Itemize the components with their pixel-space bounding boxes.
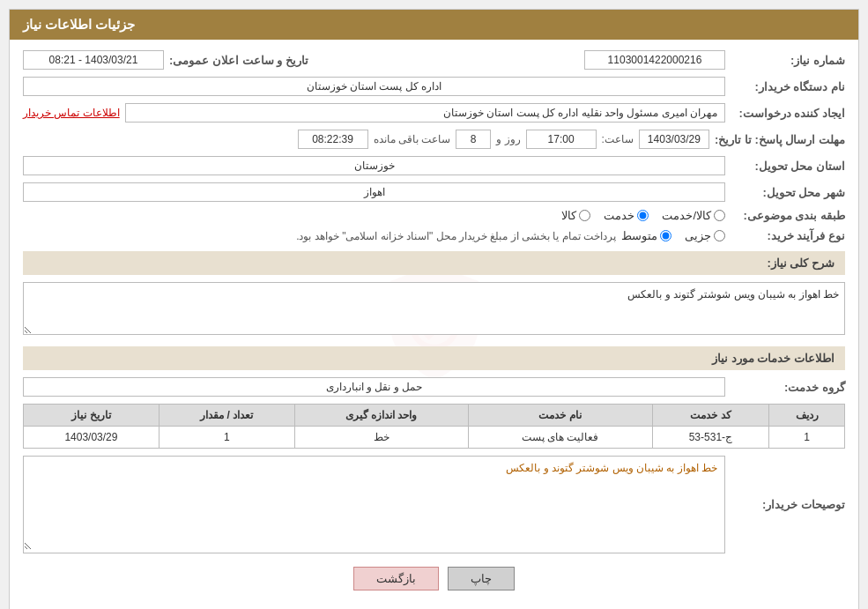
city-row: شهر محل تحویل: اهواز: [23, 182, 845, 202]
creator-label: ایجاد کننده درخواست:: [731, 107, 845, 120]
deadline-time: 17:00: [526, 130, 597, 149]
purchase-type-desc: پرداخت تمام یا بخشی از مبلغ خریدار محل "…: [296, 230, 616, 242]
province-row: استان محل تحویل: خوزستان: [23, 156, 845, 175]
category-radio-kala-khedmat[interactable]: [714, 210, 725, 221]
deadline-days-label: روز و: [496, 133, 520, 145]
need-number-label: شماره نیاز:: [731, 54, 845, 67]
category-row: طبقه بندی موضوعی: کالا/خدمت خدمت کالا: [23, 209, 845, 222]
services-table: ردیف کد خدمت نام خدمت واحد اندازه گیری ت…: [23, 404, 845, 449]
service-group-value: حمل و نقل و انبارداری: [23, 377, 725, 397]
deadline-row: مهلت ارسال پاسخ: تا تاریخ: 1403/03/29 سا…: [23, 130, 845, 149]
deadline-remaining: 08:22:39: [298, 130, 368, 149]
purchase-type-radio-motavasset[interactable]: [660, 230, 671, 241]
table-row: 1 ج-531-53 فعالیت های پست خط 1 1403/03/2…: [24, 427, 845, 449]
purchase-type-row: نوع فرآیند خرید: جزیی متوسط پرداخت تمام …: [23, 229, 845, 242]
page-header: جزئیات اطلاعات نیاز: [10, 10, 858, 40]
buyer-desc-text: خط اهواز به شیبان ویس شوشتر گتوند و بالع…: [24, 457, 724, 479]
cell-row: 1: [769, 427, 845, 449]
province-label: استان محل تحویل:: [731, 160, 845, 173]
buyer-desc-label: توصیحات خریدار:: [731, 498, 845, 511]
announce-value: 1403/03/21 - 08:21: [23, 50, 164, 70]
button-row: چاپ بازگشت: [23, 567, 845, 590]
cell-name: فعالیت های پست: [468, 427, 652, 449]
print-button[interactable]: چاپ: [448, 567, 515, 590]
category-radio-khedmat[interactable]: [637, 210, 649, 221]
deadline-label: مهلت ارسال پاسخ: تا تاریخ:: [715, 133, 845, 146]
category-radio-group: کالا/خدمت خدمت کالا: [561, 209, 725, 222]
col-header-count: تعداد / مقدار: [159, 405, 294, 427]
purchase-type-radio-jozyi[interactable]: [714, 230, 725, 241]
buyer-desc-textarea[interactable]: [24, 479, 724, 550]
deadline-remaining-label: ساعت باقی مانده: [374, 133, 451, 145]
announce-label: تاریخ و ساعت اعلان عمومی:: [169, 54, 308, 67]
col-header-code: کد خدمت: [652, 405, 769, 427]
category-option-khedmat[interactable]: خدمت: [604, 209, 649, 222]
cell-date: 1403/03/29: [24, 427, 160, 449]
category-option-kala[interactable]: کالا: [561, 209, 590, 222]
category-option-kala-khedmat[interactable]: کالا/خدمت: [662, 209, 725, 222]
page-title: جزئیات اطلاعات نیاز: [23, 17, 135, 32]
buyer-value: اداره کل پست استان خوزستان: [23, 77, 725, 96]
creator-value: مهران امیری مسئول واحد نقلیه اداره کل پس…: [125, 103, 725, 123]
cell-count: 1: [159, 427, 294, 449]
need-desc-label: شرح کلی نیاز:: [767, 256, 835, 270]
need-desc-wrapper: [23, 282, 845, 338]
buyer-desc-row: توصیحات خریدار: خط اهواز به شیبان ویس شو…: [23, 456, 845, 553]
buyer-label: نام دستگاه خریدار:: [731, 80, 845, 93]
need-number-value: 1103001422000216: [584, 50, 725, 70]
service-info-label: اطلاعات خدمات مورد نیاز: [712, 352, 835, 365]
col-header-date: تاریخ نیاز: [24, 405, 160, 427]
purchase-type-option-jozyi[interactable]: جزیی: [685, 229, 725, 242]
back-button[interactable]: بازگشت: [353, 567, 439, 590]
contact-link[interactable]: اطلاعات تماس خریدار: [23, 107, 120, 119]
need-desc-textarea[interactable]: [23, 282, 845, 335]
city-value: اهواز: [23, 182, 725, 202]
cell-code: ج-531-53: [652, 427, 769, 449]
need-number-row: شماره نیاز: 1103001422000216 تاریخ و ساع…: [23, 50, 845, 70]
col-header-row: ردیف: [769, 405, 845, 427]
buyer-row: نام دستگاه خریدار: اداره کل پست استان خو…: [23, 77, 845, 96]
service-info-section: اطلاعات خدمات مورد نیاز: [23, 346, 845, 370]
service-group-row: گروه خدمت: حمل و نقل و انبارداری: [23, 377, 845, 397]
cell-unit: خط: [294, 427, 468, 449]
need-desc-section: شرح کلی نیاز:: [23, 251, 845, 275]
deadline-time-label: ساعت:: [602, 133, 634, 145]
creator-row: ایجاد کننده درخواست: مهران امیری مسئول و…: [23, 103, 845, 123]
deadline-date: 1403/03/29: [639, 130, 709, 149]
province-value: خوزستان: [23, 156, 725, 175]
col-header-name: نام خدمت: [468, 405, 652, 427]
col-header-unit: واحد اندازه گیری: [294, 405, 468, 427]
city-label: شهر محل تحویل:: [731, 186, 845, 199]
category-label: طبقه بندی موضوعی:: [731, 209, 845, 222]
purchase-type-option-motavasset[interactable]: متوسط: [621, 229, 671, 242]
buyer-desc-wrapper: خط اهواز به شیبان ویس شوشتر گتوند و بالع…: [23, 456, 725, 553]
deadline-days: 8: [456, 130, 491, 149]
purchase-type-group: جزیی متوسط: [621, 229, 725, 242]
purchase-type-label: نوع فرآیند خرید:: [731, 229, 845, 242]
service-group-label: گروه خدمت:: [731, 381, 845, 394]
category-radio-kala[interactable]: [579, 210, 590, 221]
